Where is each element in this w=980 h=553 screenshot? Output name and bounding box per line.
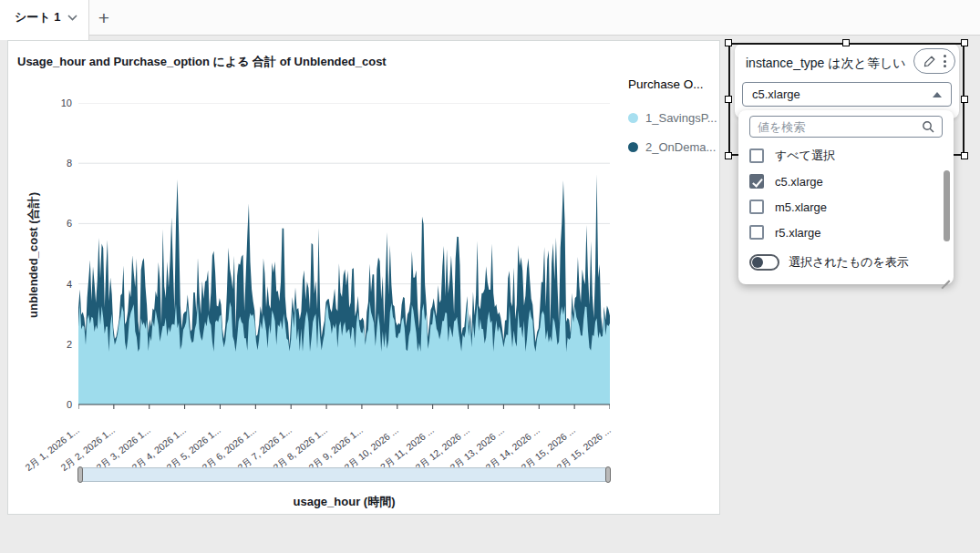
option-label: r5.xlarge	[775, 226, 821, 240]
resize-handle-top-center[interactable]	[842, 39, 850, 46]
option-select-all[interactable]: すべて選択	[749, 143, 835, 169]
slider-handle-left[interactable]	[77, 466, 83, 483]
option-m5-xlarge[interactable]: m5.xlarge	[749, 194, 827, 220]
resize-handle-bottom-left[interactable]	[725, 152, 732, 159]
option-label: すべて選択	[775, 148, 835, 164]
option-r5-xlarge[interactable]: r5.xlarge	[749, 220, 821, 245]
filter-widget[interactable]: instance_type は次と等しい c5.xlarge	[735, 44, 959, 118]
checkbox-c5-xlarge[interactable]	[749, 174, 764, 189]
filter-toolbar	[913, 48, 955, 74]
value-search-box[interactable]	[749, 116, 943, 138]
resize-handle-top-left[interactable]	[725, 39, 732, 46]
legend-label-savings: 1_SavingsP...	[645, 111, 717, 125]
chevron-down-icon[interactable]	[67, 15, 77, 21]
resize-handle-bottom-right[interactable]	[961, 152, 968, 159]
dropdown-selected-value: c5.xlarge	[752, 87, 933, 101]
y-tick-label: 2	[41, 339, 72, 350]
value-search-input[interactable]	[758, 120, 916, 134]
slider-handle-right[interactable]	[605, 466, 611, 483]
menu-kebab-icon[interactable]	[944, 55, 946, 67]
y-tick-label: 10	[41, 97, 72, 108]
add-sheet-button[interactable]: +	[91, 5, 117, 31]
checkbox-select-all[interactable]	[749, 148, 764, 163]
stacked-area-plot	[78, 103, 610, 411]
x-axis-title: usage_hour (時間)	[78, 494, 610, 510]
legend: Purchase O... 1_SavingsP... 2_OnDema...	[628, 77, 719, 169]
resize-handle-mid-right[interactable]	[961, 96, 968, 103]
sheet-tab-bar: シート 1 +	[0, 0, 980, 36]
resize-handle-top-right[interactable]	[961, 39, 968, 46]
option-label: m5.xlarge	[775, 200, 827, 214]
legend-title: Purchase O...	[628, 77, 719, 91]
y-tick-label: 6	[41, 218, 72, 229]
tab-sheet-1-label: シート 1	[15, 9, 60, 26]
legend-dot-savings	[628, 113, 638, 123]
toggle-label: 選択されたものを表示	[789, 254, 909, 271]
popup-scrollbar-thumb[interactable]	[944, 170, 950, 241]
legend-item-savings[interactable]: 1_SavingsP...	[628, 111, 719, 125]
x-range-slider[interactable]	[78, 467, 610, 482]
filter-title: instance_type は次と等しい	[746, 56, 906, 72]
resize-handle-mid-left[interactable]	[725, 96, 732, 103]
tab-sheet-1[interactable]: シート 1	[0, 0, 89, 40]
y-tick-label: 0	[41, 399, 72, 410]
caret-up-icon	[933, 92, 942, 97]
legend-item-ondemand[interactable]: 2_OnDema...	[628, 140, 719, 154]
search-icon	[922, 120, 934, 133]
dropdown-popup: すべて選択 c5.xlarge m5.xlarge r5.xlarge 選択され…	[738, 110, 954, 284]
option-c5-xlarge[interactable]: c5.xlarge	[749, 169, 823, 194]
legend-dot-ondemand	[628, 142, 638, 152]
plot-area	[78, 103, 610, 411]
toggle-off-switch[interactable]	[749, 254, 779, 271]
popup-resize-grip[interactable]	[940, 271, 950, 281]
checkbox-m5-xlarge[interactable]	[749, 200, 764, 214]
chart-title: Usage_hour and Purchase_option による 合計 of…	[17, 54, 387, 70]
legend-label-ondemand: 2_OnDema...	[645, 140, 716, 154]
y-axis-title: unblended_cost (合計)	[26, 173, 42, 337]
option-label: c5.xlarge	[775, 175, 823, 189]
y-tick-label: 4	[41, 279, 72, 290]
show-selected-toggle-row[interactable]: 選択されたものを表示	[749, 249, 909, 276]
edit-pencil-icon[interactable]	[923, 55, 936, 68]
chart-widget[interactable]: Usage_hour and Purchase_option による 合計 of…	[7, 40, 720, 515]
instance-type-dropdown[interactable]: c5.xlarge	[742, 82, 952, 107]
y-tick-label: 8	[41, 158, 72, 169]
checkbox-r5-xlarge[interactable]	[749, 225, 764, 240]
